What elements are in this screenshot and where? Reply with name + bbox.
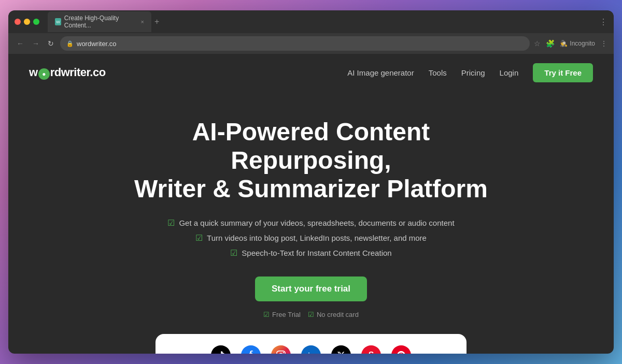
tab-close-icon[interactable]: ×: [141, 19, 144, 25]
hero-title-line2: Writer & Summarizer Platform: [134, 175, 488, 202]
scribd-icon: S: [361, 345, 381, 354]
linkedin-icon: in: [301, 345, 321, 354]
minimize-button[interactable]: [24, 19, 30, 25]
feature-text-3: Speech-to-Text for Instant Content Creat…: [242, 249, 391, 257]
tab-favicon: W: [55, 18, 61, 25]
logo-w: w: [29, 66, 38, 79]
back-button[interactable]: ←: [15, 37, 26, 50]
hero-title-line1: AI-Powered Content Repurposing,: [192, 118, 430, 174]
nav-link-tools[interactable]: Tools: [429, 68, 447, 77]
reload-button[interactable]: ↻: [46, 37, 56, 50]
facebook-icon: f: [241, 345, 261, 354]
check-icon-1: ☑: [167, 218, 175, 228]
footnote-free-trial: ☑ Free Trial: [263, 311, 301, 318]
extensions-icon[interactable]: 🧩: [546, 39, 555, 48]
menu-icon[interactable]: ⋮: [600, 39, 607, 48]
close-button[interactable]: [15, 19, 21, 25]
nav-link-ai-image[interactable]: AI Image generator: [347, 68, 414, 77]
bookmark-icon[interactable]: ☆: [534, 39, 541, 48]
site-logo[interactable]: w●rdwriter.co: [29, 66, 106, 80]
pinterest-icon: [391, 345, 411, 354]
url-text: wordwriter.co: [77, 40, 117, 48]
incognito-badge: 🕵 Incognito: [560, 40, 595, 47]
browser-tab-active[interactable]: W Create High-Quality Content... ×: [48, 11, 151, 32]
check-icon-3: ☑: [230, 248, 237, 258]
nav-link-login[interactable]: Login: [500, 68, 519, 77]
social-icons-row: f in S: [156, 334, 466, 354]
logo-icon: ●: [38, 68, 50, 80]
site-nav: w●rdwriter.co AI Image generator Tools P…: [8, 54, 614, 92]
try-free-button[interactable]: Try it Free: [533, 63, 593, 82]
browser-toolbar: ← → ↻ 🔒 wordwriter.co ☆ 🧩 🕵 Incognito ⋮: [8, 33, 614, 54]
new-tab-button[interactable]: +: [154, 17, 159, 26]
nav-link-pricing[interactable]: Pricing: [461, 68, 485, 77]
feature-text-2: Turn videos into blog post, LinkedIn pos…: [207, 234, 427, 242]
footnote-check-2: ☑: [308, 311, 314, 318]
footnote-no-credit: ☑ No credit card: [308, 311, 359, 318]
tiktok-icon: [211, 345, 231, 354]
feature-item-3: ☑ Speech-to-Text for Instant Content Cre…: [29, 248, 593, 258]
maximize-button[interactable]: [33, 19, 39, 25]
browser-window: W Create High-Quality Content... × + ⋮ ←…: [8, 10, 614, 354]
hero-section: AI-Powered Content Repurposing, Writer &…: [8, 92, 614, 354]
check-icon-2: ☑: [195, 233, 203, 243]
forward-button[interactable]: →: [30, 37, 41, 50]
toolbar-actions: ☆ 🧩 🕵 Incognito ⋮: [534, 39, 607, 48]
website-content: w●rdwriter.co AI Image generator Tools P…: [8, 54, 614, 354]
logo-rest: rdwriter.co: [50, 66, 106, 79]
incognito-label: Incognito: [570, 40, 595, 47]
hero-features-list: ☑ Get a quick summary of your videos, sp…: [29, 218, 593, 258]
feature-item-2: ☑ Turn videos into blog post, LinkedIn p…: [29, 233, 593, 243]
cta-area: Start your free trial: [29, 276, 593, 311]
incognito-icon: 🕵: [560, 40, 568, 47]
footnote-check-1: ☑: [263, 311, 270, 318]
address-bar[interactable]: 🔒 wordwriter.co: [60, 36, 530, 51]
twitter-x-icon: [331, 345, 351, 354]
hero-title: AI-Powered Content Repurposing, Writer &…: [130, 118, 492, 203]
preview-card: f in S: [156, 334, 466, 354]
cta-footnote: ☑ Free Trial ☑ No credit card: [29, 311, 593, 318]
nav-links: AI Image generator Tools Pricing Login T…: [347, 63, 593, 82]
tab-bar: W Create High-Quality Content... × +: [48, 11, 595, 32]
traffic-lights: [15, 19, 39, 25]
start-free-trial-button[interactable]: Start your free trial: [255, 276, 367, 301]
tab-title: Create High-Quality Content...: [64, 14, 135, 29]
window-controls: ⋮: [599, 17, 607, 27]
feature-item-1: ☑ Get a quick summary of your videos, sp…: [29, 218, 593, 228]
lock-icon: 🔒: [66, 40, 74, 47]
instagram-icon: [271, 345, 291, 354]
browser-titlebar: W Create High-Quality Content... × + ⋮: [8, 10, 614, 33]
feature-text-1: Get a quick summary of your videos, spre…: [179, 219, 454, 227]
